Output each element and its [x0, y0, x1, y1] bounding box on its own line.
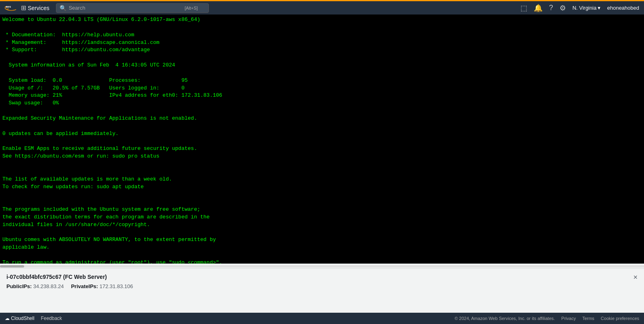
horizontal-scrollbar[interactable]: [0, 264, 644, 268]
terms-link[interactable]: Terms: [582, 316, 594, 321]
cookie-link[interactable]: Cookie preferences: [601, 316, 639, 321]
privacy-link[interactable]: Privacy: [561, 316, 576, 321]
private-ip-value: 172.31.83.106: [99, 283, 133, 289]
nav-right-section: ⬚ 🔔 ? ⚙ N. Virginia ▾ ehoneahobed: [520, 4, 639, 12]
user-menu[interactable]: ehoneahobed: [607, 5, 639, 11]
instance-title: i-07c0bbf4bfc975c67 (FC Web Server): [6, 274, 638, 280]
notifications-icon[interactable]: 🔔: [534, 4, 543, 12]
status-bar-left: ☁ CloudShell Feedback: [5, 316, 62, 321]
terminal-output: Welcome to Ubuntu 22.04.3 LTS (GNU/Linux…: [2, 16, 642, 264]
settings-icon[interactable]: ⚙: [559, 4, 566, 12]
search-input[interactable]: [69, 5, 182, 11]
status-bar-right: © 2024, Amazon Web Services, Inc. or its…: [454, 316, 639, 321]
region-selector[interactable]: N. Virginia ▾: [572, 5, 601, 11]
instance-ips: PublicIPs: 34.238.83.24 PrivateIPs: 172.…: [6, 283, 638, 289]
feedback-label[interactable]: Feedback: [41, 316, 62, 321]
cloudshell-icon[interactable]: ⬚: [520, 4, 527, 12]
public-ip-value: 34.238.83.24: [33, 283, 64, 289]
help-icon[interactable]: ?: [549, 4, 553, 12]
services-nav-label[interactable]: Services: [28, 5, 50, 11]
copyright-text: © 2024, Amazon Web Services, Inc. or its…: [454, 316, 555, 321]
status-bar: ☁ CloudShell Feedback © 2024, Amazon Web…: [0, 313, 644, 324]
scrollbar-thumb[interactable]: [0, 265, 24, 268]
close-panel-button[interactable]: ×: [633, 274, 638, 281]
aws-logo[interactable]: aws: [5, 4, 18, 12]
search-bar: 🔍 [Alt+S]: [56, 3, 209, 13]
grid-icon[interactable]: ⊞: [21, 4, 26, 12]
cloudshell-status-label[interactable]: ☁ CloudShell: [5, 316, 34, 321]
terminal-area[interactable]: Welcome to Ubuntu 22.04.3 LTS (GNU/Linux…: [0, 15, 644, 264]
instance-info-panel: i-07c0bbf4bfc975c67 (FC Web Server) Publ…: [0, 268, 644, 313]
public-ip-label: PublicIPs:: [6, 283, 32, 289]
scrollbar-track[interactable]: [0, 265, 644, 268]
private-ip-label: PrivateIPs:: [71, 283, 98, 289]
search-shortcut-hint: [Alt+S]: [185, 6, 198, 10]
search-icon: 🔍: [60, 5, 66, 11]
svg-text:aws: aws: [6, 5, 11, 8]
top-navigation-bar: aws ⊞ Services 🔍 [Alt+S] ⬚ 🔔 ? ⚙ N. Virg…: [0, 0, 644, 15]
